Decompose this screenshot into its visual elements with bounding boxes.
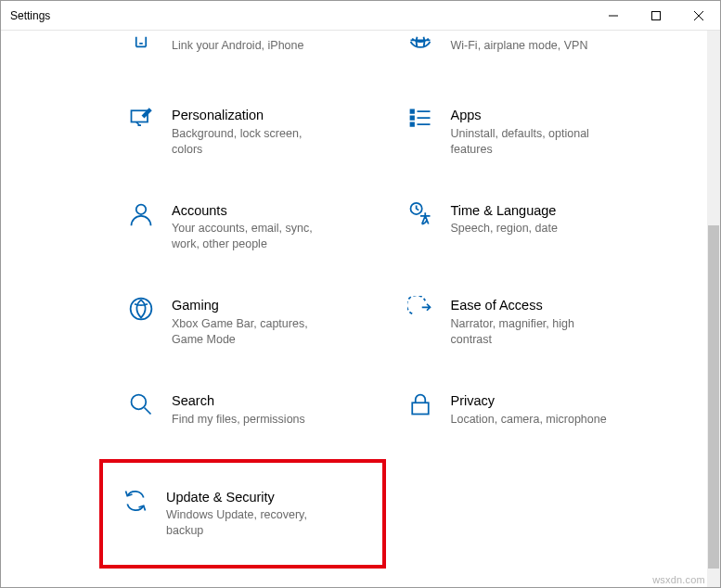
tile-subtitle: Your accounts, email, sync, work, other …: [172, 221, 329, 252]
tile-accounts[interactable]: Accounts Your accounts, email, sync, wor…: [122, 193, 382, 261]
tile-subtitle: Background, lock screen, colors: [172, 126, 329, 158]
tile-subtitle: Location, camera, microphone: [451, 412, 609, 428]
tile-subtitle: Wi-Fi, airplane mode, VPN: [451, 38, 609, 54]
svg-rect-3: [410, 116, 414, 120]
tile-title: Time & Language: [451, 202, 656, 220]
tile-title: Accounts: [172, 202, 377, 220]
accounts-icon: [127, 200, 155, 228]
minimize-button[interactable]: [592, 1, 635, 30]
tile-title: Personalization: [172, 107, 377, 124]
tile-search[interactable]: Search Find my files, permissions: [122, 383, 382, 435]
svg-point-7: [131, 299, 152, 320]
tile-title: Gaming: [172, 297, 377, 314]
close-button[interactable]: [677, 1, 720, 30]
settings-content: Link your Android, iPhone Wi-Fi, airplan…: [1, 31, 707, 587]
svg-rect-0: [652, 11, 661, 19]
search-icon: [127, 390, 155, 418]
update-security-icon: [122, 487, 149, 515]
tile-title: Apps: [451, 107, 656, 124]
tile-subtitle: Xbox Game Bar, captures, Game Mode: [172, 316, 329, 348]
tile-phone[interactable]: Link your Android, iPhone: [122, 31, 382, 70]
titlebar: Settings: [1, 1, 720, 31]
globe-icon: [406, 34, 434, 62]
time-language-icon: [406, 200, 434, 228]
scrollbar-thumb[interactable]: [708, 225, 719, 569]
tile-privacy[interactable]: Privacy Location, camera, microphone: [401, 383, 662, 435]
privacy-icon: [406, 390, 434, 418]
tile-subtitle: Windows Update, recovery, backup: [166, 507, 324, 539]
tile-update-security[interactable]: Update & Security Windows Update, recove…: [99, 459, 386, 569]
tile-subtitle: Find my files, permissions: [172, 412, 329, 428]
tile-subtitle: Link your Android, iPhone: [172, 38, 329, 54]
tile-apps[interactable]: Apps Uninstall, defaults, optional featu…: [401, 97, 662, 165]
tile-subtitle: Narrator, magnifier, high contrast: [451, 316, 609, 348]
tile-gaming[interactable]: Gaming Xbox Game Bar, captures, Game Mod…: [122, 288, 382, 355]
tile-title: Search: [172, 392, 377, 410]
scrollbar[interactable]: [707, 31, 720, 587]
svg-point-5: [136, 204, 147, 214]
tile-title: Update & Security: [166, 489, 377, 506]
tile-time-language[interactable]: Time & Language Speech, region, date: [401, 193, 662, 261]
personalization-icon: [127, 105, 155, 133]
svg-rect-4: [410, 122, 414, 126]
tile-subtitle: Uninstall, defaults, optional features: [451, 126, 609, 158]
tile-title: Ease of Access: [451, 297, 656, 314]
tile-title: Privacy: [451, 392, 656, 410]
apps-icon: [406, 105, 434, 133]
window-title: Settings: [10, 9, 50, 22]
svg-rect-2: [410, 109, 414, 113]
phone-icon: [127, 34, 155, 62]
maximize-button[interactable]: [635, 1, 677, 30]
tile-personalization[interactable]: Personalization Background, lock screen,…: [122, 97, 382, 165]
svg-rect-9: [412, 403, 429, 414]
svg-point-8: [132, 394, 147, 409]
window-controls: [592, 1, 720, 30]
ease-of-access-icon: [406, 295, 434, 323]
tile-network[interactable]: Wi-Fi, airplane mode, VPN: [401, 31, 662, 70]
tile-ease-of-access[interactable]: Ease of Access Narrator, magnifier, high…: [401, 288, 662, 355]
watermark: wsxdn.com: [652, 574, 705, 585]
gaming-icon: [127, 295, 155, 323]
tile-subtitle: Speech, region, date: [451, 221, 609, 236]
